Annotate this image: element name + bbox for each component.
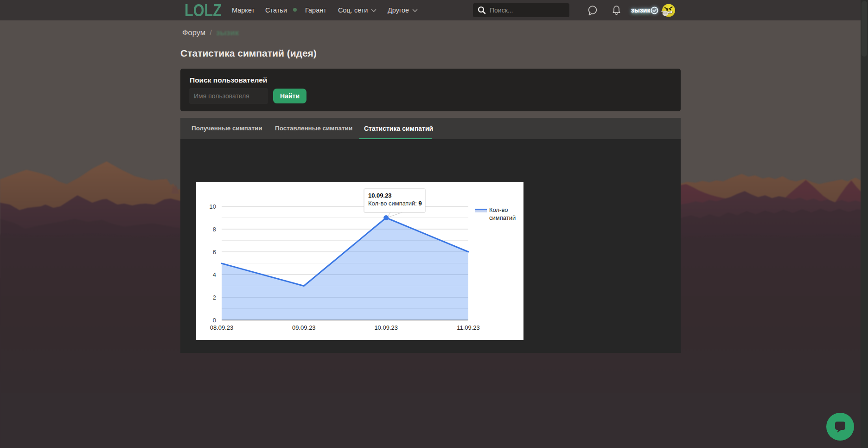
svg-text:6: 6: [213, 249, 216, 256]
svg-text:4: 4: [213, 271, 216, 278]
svg-text:Кол-во симпатий: 9: Кол-во симпатий: 9: [368, 200, 422, 207]
svg-text:08.09.23: 08.09.23: [210, 324, 234, 331]
svg-text:10.09.23: 10.09.23: [374, 324, 398, 331]
svg-text:симпатий: симпатий: [489, 214, 516, 221]
svg-text:10: 10: [210, 203, 216, 210]
svg-text:2: 2: [213, 294, 216, 301]
svg-text:10.09.23: 10.09.23: [368, 192, 392, 199]
svg-text:09.09.23: 09.09.23: [292, 324, 316, 331]
svg-text:8: 8: [213, 226, 216, 233]
svg-text:0: 0: [213, 317, 216, 324]
svg-text:Кол-во: Кол-во: [489, 206, 508, 213]
svg-text:11.09.23: 11.09.23: [457, 324, 480, 331]
